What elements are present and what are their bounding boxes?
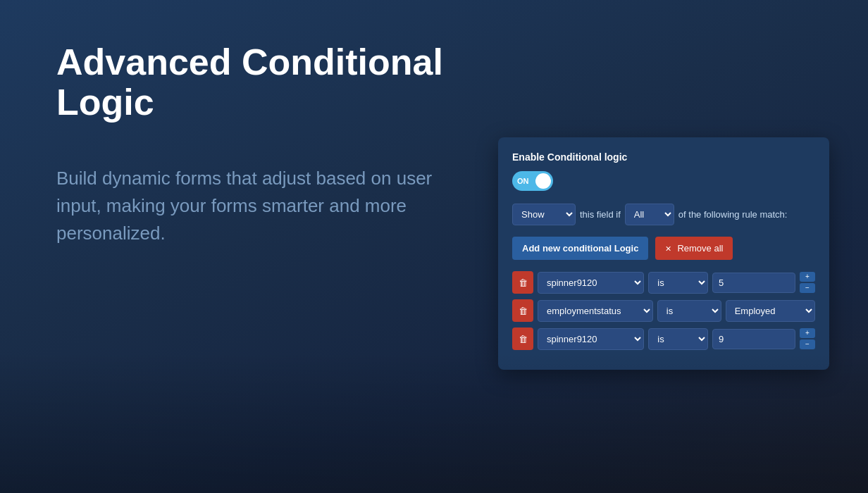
conditions-list: spinner9120employmentstatusisis not+−spi… — [512, 271, 815, 350]
toggle-knob — [535, 173, 551, 189]
trash-icon — [519, 277, 528, 288]
left-section: Advanced Conditional Logic Build dynamic… — [56, 42, 444, 247]
condition-2-field-select[interactable]: spinner9120employmentstatus — [538, 300, 653, 322]
condition-row: spinner9120employmentstatusisis notEmplo… — [512, 299, 815, 322]
trash-icon — [519, 333, 528, 344]
add-conditional-logic-button[interactable]: Add new conditional Logic — [512, 237, 648, 260]
condition-3-field-select[interactable]: spinner9120employmentstatus — [538, 328, 644, 350]
remove-all-label: Remove all — [677, 243, 723, 254]
toggle-on-label: ON — [517, 177, 529, 185]
condition-2-value-select[interactable]: EmployedUnemployedSelf-employed — [726, 300, 815, 322]
toggle-row: ON — [512, 171, 815, 191]
condition-1-field-select[interactable]: spinner9120employmentstatus — [538, 272, 644, 294]
conditional-logic-panel: Enable Conditional logic ON Show Hide th… — [498, 137, 829, 370]
condition-3-value-input[interactable] — [712, 329, 795, 349]
enable-conditional-toggle[interactable]: ON — [512, 171, 553, 191]
condition-row: spinner9120employmentstatusisis not+− — [512, 327, 815, 350]
condition-1-value-input[interactable] — [712, 273, 795, 293]
trash-icon — [519, 305, 528, 316]
condition-1-spinner-controls: +− — [800, 272, 815, 293]
delete-condition-1-button[interactable] — [512, 271, 533, 294]
condition-2-operator-select[interactable]: isis not — [657, 300, 721, 322]
remove-all-button[interactable]: Remove all — [655, 237, 733, 260]
buttons-row: Add new conditional Logic Remove all — [512, 237, 815, 260]
delete-condition-3-button[interactable] — [512, 327, 533, 350]
condition-3-increment-button[interactable]: + — [800, 328, 815, 338]
remove-all-icon — [665, 243, 673, 254]
condition-1-operator-select[interactable]: isis not — [648, 272, 708, 294]
following-rule-label: of the following rule match: — [678, 209, 788, 220]
delete-condition-2-button[interactable] — [512, 299, 533, 322]
all-select[interactable]: All Any — [625, 204, 674, 225]
condition-3-decrement-button[interactable]: − — [800, 339, 815, 349]
condition-row: spinner9120employmentstatusisis not+− — [512, 271, 815, 294]
condition-3-operator-select[interactable]: isis not — [648, 328, 708, 350]
this-field-if-label: this field if — [580, 209, 621, 220]
page-title: Advanced Conditional Logic — [56, 42, 444, 123]
rule-row: Show Hide this field if All Any of the f… — [512, 204, 815, 225]
condition-3-spinner-controls: +− — [800, 328, 815, 349]
panel-header-label: Enable Conditional logic — [512, 151, 815, 163]
page-description: Build dynamic forms that adjust based on… — [56, 165, 444, 247]
condition-1-increment-button[interactable]: + — [800, 272, 815, 282]
condition-1-decrement-button[interactable]: − — [800, 283, 815, 293]
show-select[interactable]: Show Hide — [512, 204, 576, 225]
